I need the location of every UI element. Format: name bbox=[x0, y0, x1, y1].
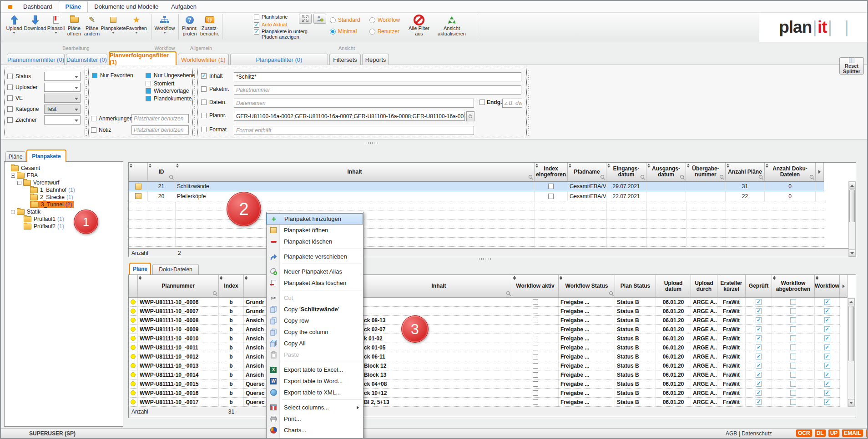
column-header-anzahl-pl-ne[interactable]: Anzahl Pläne bbox=[726, 163, 765, 181]
workflow-checkbox[interactable]: ✓ bbox=[824, 335, 830, 341]
filter-checkbox-endg[interactable] bbox=[479, 100, 485, 105]
column-chooser-header[interactable] bbox=[816, 163, 824, 181]
workflow-checkbox[interactable]: ✓ bbox=[824, 299, 830, 305]
filter-input-datein[interactable]: Dateinamen bbox=[234, 99, 474, 108]
tab-doku-dateien[interactable]: Doku-Dateien bbox=[152, 264, 199, 274]
context-menu-item-planpakete-verschieben[interactable]: Planpakete verschieben bbox=[267, 251, 363, 262]
tree-item-1-bahnhof[interactable]: 1_Bahnhof(1) bbox=[5, 186, 123, 194]
workflow-abgebrochen-checkbox[interactable] bbox=[790, 317, 796, 323]
geprueft-checkbox[interactable]: ✓ bbox=[756, 308, 762, 314]
filter-checkbox-nur-ungesehene[interactable] bbox=[146, 73, 151, 78]
filter-checkbox-ve[interactable] bbox=[7, 95, 13, 101]
workflow-aktiv-checkbox[interactable] bbox=[533, 345, 538, 350]
horizontal-splitter-grip[interactable] bbox=[365, 142, 378, 144]
workflow-checkbox[interactable]: ✓ bbox=[824, 381, 830, 387]
table-row-planpaket-21[interactable]: 21SchlitzwändeGesamt/EBA/Vor...29.07.202… bbox=[129, 181, 824, 191]
geprueft-checkbox[interactable]: ✓ bbox=[756, 317, 762, 323]
context-menu-item-select-columns-[interactable]: Select columns... bbox=[267, 402, 363, 413]
workflow-aktiv-checkbox[interactable] bbox=[533, 318, 538, 323]
table-row-plan-0017[interactable]: WWP-U81111-10_-0017bQuerscBl 2, 5+13Frei… bbox=[129, 398, 840, 407]
filter-tab-datumsfilter-0-[interactable]: Datumsfilter (0) bbox=[66, 54, 107, 65]
table-row-plan-0015[interactable]: WWP-U81111-10_-0015bQuerscck 04+08Freiga… bbox=[129, 379, 840, 389]
tab-planpakete[interactable]: Planpakete bbox=[26, 150, 66, 162]
fit-view-button[interactable] bbox=[299, 14, 312, 24]
filter-tab-plannummernfilter-0-[interactable]: Plannummernfilter (0) bbox=[7, 54, 65, 65]
column-header-upload-datum[interactable]: Upload datum bbox=[656, 275, 691, 298]
radio-benutzer[interactable] bbox=[369, 29, 375, 35]
filter-select-ve[interactable] bbox=[44, 94, 81, 103]
column-header-index-eingefroren[interactable]: Index eingefroren bbox=[535, 163, 568, 181]
filter-checkbox-paketnr[interactable] bbox=[201, 86, 207, 92]
ribbon-button-alle-filter-aus[interactable]: Alle Filter aus bbox=[405, 14, 433, 36]
ribbon-button-download[interactable]: Download bbox=[24, 14, 46, 40]
context-menu-item-neuer-planpaket-alias[interactable]: Neuer Planpaket Alias bbox=[267, 266, 363, 277]
sort-icon[interactable] bbox=[149, 164, 152, 168]
sort-icon[interactable] bbox=[569, 164, 572, 168]
scrollbar-thumb[interactable] bbox=[848, 306, 854, 361]
workflow-aktiv-checkbox[interactable] bbox=[533, 372, 538, 378]
legal-links[interactable]: AGB | Datenschutz bbox=[726, 430, 772, 437]
filter-input-anmerkungen[interactable]: Platzhalter benutzen bbox=[131, 114, 189, 123]
column-header-workflow-abgebrochen[interactable]: Workflow abgebrochen bbox=[772, 275, 815, 298]
workflow-abgebrochen-checkbox[interactable] bbox=[790, 326, 796, 332]
column-header--bergabe-nummer[interactable]: Übergabe-nummer bbox=[686, 163, 726, 181]
filter-magnifier-icon[interactable] bbox=[641, 175, 644, 179]
ribbon-checkbox-3[interactable]: ✓ bbox=[254, 29, 259, 35]
tree-item-statik[interactable]: Statik bbox=[5, 208, 123, 215]
filter-magnifier-icon[interactable] bbox=[759, 175, 762, 179]
plans-scrollbar[interactable] bbox=[848, 298, 855, 407]
workflow-abgebrochen-checkbox[interactable] bbox=[790, 363, 796, 369]
filter-magnifier-icon[interactable] bbox=[506, 291, 510, 295]
column-header-plan-status[interactable]: Plan Status bbox=[615, 275, 656, 298]
workflow-checkbox[interactable]: ✓ bbox=[824, 308, 830, 314]
column-header-gepr-ft[interactable]: Geprüft bbox=[746, 275, 772, 298]
menu-item-dashboard[interactable]: Dashboard bbox=[17, 1, 59, 12]
filter-select-status[interactable] bbox=[44, 72, 81, 81]
collapse-expander-icon[interactable] bbox=[17, 181, 21, 185]
filter-checkbox-zeichner[interactable] bbox=[7, 117, 13, 123]
filter-select-zeichner[interactable] bbox=[44, 115, 81, 125]
sort-icon[interactable] bbox=[727, 164, 730, 168]
column-header-plannummer[interactable]: Plannummer bbox=[138, 275, 219, 298]
geprueft-checkbox[interactable]: ✓ bbox=[756, 326, 762, 332]
table-row-plan-0006[interactable]: WWP-U81111-10_-0006bGrundrFreigabe ...St… bbox=[129, 298, 840, 307]
packages-scrollbar[interactable] bbox=[848, 181, 856, 257]
filter-magnifier-icon[interactable] bbox=[680, 175, 684, 179]
filter-input-plannr[interactable]: GER-U81100-16a-0002;GER-U81100-16a-0007;… bbox=[234, 112, 465, 121]
ribbon-button-pl-ne-ndern[interactable]: ✎Pläne ändern bbox=[83, 14, 101, 40]
sort-icon[interactable] bbox=[245, 276, 248, 280]
tree-item-pr-flauf1[interactable]: Prüflauf1(1) bbox=[5, 215, 123, 223]
radio-standard[interactable] bbox=[330, 17, 336, 23]
context-menu-item-copy-row[interactable]: Copy row bbox=[267, 315, 363, 326]
workflow-aktiv-checkbox[interactable] bbox=[533, 354, 538, 359]
workflow-aktiv-checkbox[interactable] bbox=[533, 363, 538, 369]
filter-checkbox-datein[interactable] bbox=[201, 100, 207, 105]
workflow-abgebrochen-checkbox[interactable] bbox=[790, 308, 796, 314]
scroll-down-button[interactable] bbox=[849, 249, 855, 257]
context-menu-item-planpaket-alias-l-schen[interactable]: Planpaket Alias löschen bbox=[267, 277, 363, 289]
scroll-up-button[interactable] bbox=[848, 298, 854, 305]
sort-icon[interactable] bbox=[687, 164, 691, 168]
collapse-expander-icon[interactable] bbox=[11, 210, 15, 214]
workflow-aktiv-checkbox[interactable] bbox=[533, 336, 538, 341]
table-row-plan-0009[interactable]: WWP-U81111-10_-0009bAnsichck 02-07Freiga… bbox=[129, 325, 840, 334]
table-row-plan-0014[interactable]: WWP-U81111-10_-0014bAnsichBlock 13Freiga… bbox=[129, 370, 840, 379]
filter-input-paketnr[interactable]: Paketnummer bbox=[234, 85, 521, 95]
context-menu-item-charts-[interactable]: Charts... bbox=[267, 424, 363, 436]
table-row-plan-0010[interactable]: WWP-U81111-10_-0010bAnsichk 01-02Freigab… bbox=[129, 334, 840, 343]
context-menu-item-export-table-to-xml-[interactable]: Export table to XML... bbox=[267, 387, 363, 398]
filter-magnifier-icon[interactable] bbox=[609, 291, 613, 295]
filter-magnifier-icon[interactable] bbox=[213, 291, 217, 295]
workflow-abgebrochen-checkbox[interactable] bbox=[790, 381, 796, 387]
filter-checkbox-anmerkungen[interactable] bbox=[91, 116, 96, 121]
sort-icon[interactable] bbox=[816, 276, 819, 280]
column-header-id[interactable]: ID bbox=[148, 163, 175, 181]
menu-item-aufgaben[interactable]: Aufgaben bbox=[165, 1, 203, 12]
geprueft-checkbox[interactable]: ✓ bbox=[756, 399, 762, 405]
context-menu-item-copy-schlitzw-nde-[interactable]: Copy 'Schlitzwände' bbox=[267, 304, 363, 315]
ribbon-button-plannr-pr-fen[interactable]: ?Plannr. prüfen bbox=[180, 14, 199, 40]
scrollbar-thumb[interactable] bbox=[849, 190, 855, 222]
filter-select-kategorie[interactable]: Test bbox=[44, 105, 81, 114]
menu-item-dokumente-und-modelle[interactable]: Dokumente und Modelle bbox=[88, 1, 165, 12]
menu-item-pl-ne[interactable]: Pläne bbox=[59, 1, 88, 12]
